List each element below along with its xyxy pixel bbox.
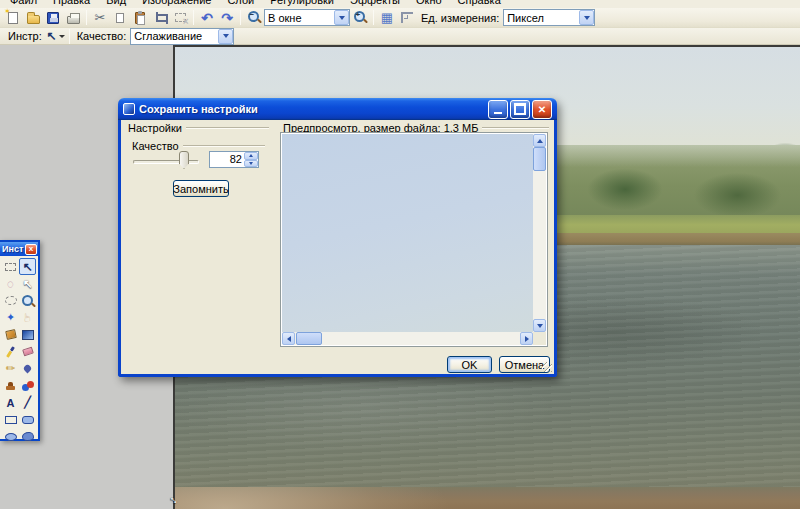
pan-tool[interactable] [19, 309, 36, 326]
toolbar-separator [86, 10, 87, 25]
save-button[interactable] [43, 9, 63, 27]
zoom-in-icon [353, 10, 368, 25]
eraser-tool[interactable] [19, 343, 36, 360]
undo-button[interactable] [197, 9, 217, 27]
rulers-toggle-button[interactable] [397, 9, 417, 27]
lasso-select-tool[interactable] [2, 275, 19, 292]
zoom-in-button[interactable] [350, 9, 370, 27]
menu-adjustments[interactable]: Регулировки [262, 0, 342, 6]
rectangle-select-icon [5, 263, 16, 271]
open-button[interactable] [23, 9, 43, 27]
scroll-right-icon[interactable] [520, 332, 533, 345]
copy-button[interactable] [110, 9, 130, 27]
freeform-shape-tool[interactable] [19, 428, 36, 445]
quality-value[interactable]: 82 [210, 152, 244, 167]
pencil-icon [6, 362, 15, 375]
current-tool-button[interactable] [46, 27, 66, 45]
quality-spinbox[interactable]: 82 [209, 151, 259, 168]
close-icon[interactable]: x [25, 244, 37, 255]
spin-down-button[interactable] [244, 160, 258, 168]
freeform-shape-icon [22, 432, 34, 441]
spin-up-button[interactable] [244, 152, 258, 160]
resize-grip[interactable] [542, 362, 552, 372]
paste-button[interactable] [130, 9, 150, 27]
minimize-icon[interactable] [488, 100, 508, 119]
menu-effects[interactable]: Эффекты [342, 0, 408, 6]
deselect-button[interactable] [170, 9, 190, 27]
move-tool-icon [46, 29, 56, 43]
settings-group-header: Настройки [128, 122, 269, 134]
redo-button[interactable] [217, 9, 237, 27]
line-curve-tool[interactable] [19, 394, 36, 411]
print-button[interactable] [63, 9, 83, 27]
quality-slider-thumb[interactable] [179, 151, 189, 169]
chevron-down-icon[interactable] [218, 29, 233, 44]
menu-view[interactable]: Вид [98, 0, 134, 6]
rectangle-tool[interactable] [2, 411, 19, 428]
ok-button[interactable]: OK [447, 356, 492, 373]
ellipse-select-tool[interactable] [2, 292, 19, 309]
cut-button[interactable] [90, 9, 110, 27]
menu-image[interactable]: Изображение [134, 0, 219, 6]
maximize-icon[interactable] [510, 100, 530, 119]
scroll-left-icon[interactable] [282, 332, 295, 345]
chevron-down-icon[interactable] [334, 10, 349, 25]
rectangle-select-tool[interactable] [2, 258, 19, 275]
vertical-scroll-thumb[interactable] [533, 147, 546, 171]
quality-slider-track[interactable] [133, 160, 199, 164]
close-icon[interactable]: ✕ [532, 100, 552, 119]
zoom-mode-combo[interactable]: В окне [264, 9, 350, 26]
text-tool[interactable] [2, 394, 19, 411]
gradient-tool[interactable] [19, 326, 36, 343]
tools-palette-titlebar[interactable]: Инст x [0, 242, 38, 256]
save-icon [47, 12, 59, 24]
paint-bucket-tool[interactable] [2, 326, 19, 343]
pencil-tool[interactable] [2, 360, 19, 377]
zoom-tool[interactable] [19, 292, 36, 309]
dialog-icon [123, 103, 135, 115]
cancel-button-label: Отмена [505, 359, 544, 371]
scroll-down-icon[interactable] [533, 319, 546, 332]
menu-file[interactable]: Файл [2, 0, 45, 6]
ellipse-tool[interactable] [2, 428, 19, 445]
magnifier-icon [21, 294, 34, 307]
menu-edit[interactable]: Правка [45, 0, 98, 6]
toolbar-separator [240, 10, 241, 25]
tool-label: Инстр: [4, 30, 46, 42]
zoom-mode-value: В окне [268, 12, 332, 24]
zoom-out-button[interactable] [244, 9, 264, 27]
rounded-rectangle-tool[interactable] [19, 411, 36, 428]
color-picker-tool[interactable] [19, 360, 36, 377]
ok-button-label: OK [462, 359, 478, 371]
resample-quality-combo[interactable]: Сглаживание [130, 28, 234, 45]
magic-wand-tool[interactable] [2, 309, 19, 326]
vertical-scrollbar[interactable] [533, 134, 546, 332]
tool-options-toolbar: Инстр: Качество: Сглаживание [0, 28, 800, 45]
remember-button[interactable]: Запомнить [173, 180, 229, 197]
menu-window[interactable]: Окно [408, 0, 450, 6]
horizontal-scroll-thumb[interactable] [296, 332, 322, 345]
move-tool[interactable] [19, 258, 36, 275]
recolor-tool[interactable] [19, 377, 36, 394]
new-button[interactable] [3, 9, 23, 27]
tools-palette-window: Инст x [0, 240, 40, 441]
dialog-title: Сохранить настройки [139, 103, 486, 115]
clone-stamp-tool[interactable] [2, 377, 19, 394]
move-selection-icon [22, 277, 32, 291]
dialog-titlebar[interactable]: Сохранить настройки ✕ [118, 98, 557, 120]
chevron-down-icon[interactable] [579, 10, 594, 25]
units-combo[interactable]: Пиксел [503, 9, 595, 26]
horizontal-scrollbar[interactable] [282, 332, 533, 345]
crop-button[interactable] [150, 9, 170, 27]
menu-help[interactable]: Справка [450, 0, 509, 6]
toolbar-separator [373, 10, 374, 25]
scroll-up-icon[interactable] [533, 134, 546, 147]
lasso-icon [7, 277, 14, 291]
paintbrush-tool[interactable] [2, 343, 19, 360]
deselect-icon [175, 13, 186, 22]
menu-layers[interactable]: Слои [219, 0, 262, 6]
tools-grid [0, 256, 38, 445]
grid-toggle-button[interactable] [377, 9, 397, 27]
move-selection-tool[interactable] [19, 275, 36, 292]
redo-icon [221, 10, 233, 26]
